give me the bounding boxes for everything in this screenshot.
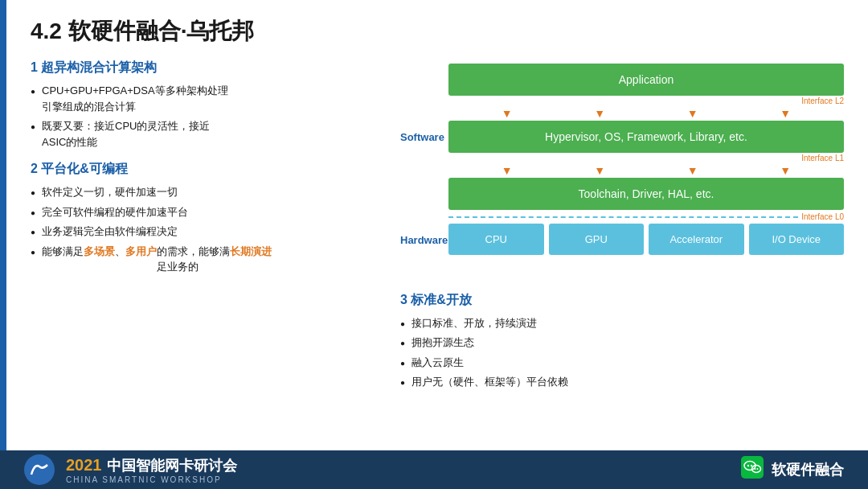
section3-heading: 3 标准&开放 [400, 292, 844, 309]
wechat-icon [741, 456, 764, 483]
section3-bullets: 接口标准、开放，持续演进 拥抱开源生态 融入云原生 用户无（硬件、框架等）平台依… [400, 315, 844, 390]
layer2-box: Toolchain, Driver, HAL, etc. [448, 178, 844, 210]
interface-l2-label: Interface L2 [801, 97, 844, 105]
main-content: 4.2 软硬件融合·乌托邦 1 超异构混合计算架构 CPU+GPU+FPGA+D… [6, 0, 868, 450]
hw-boxes: CPU GPU Accelerator I/O Device [448, 224, 844, 255]
svg-point-6 [755, 468, 756, 470]
bullet-3-2: 拥抱开源生态 [400, 335, 844, 351]
bullet-2-1: 软件定义一切，硬件加速一切 [31, 184, 376, 200]
right-column: Application Interface L2 ▼ ▼ ▼ ▼ Softwar… [400, 60, 844, 279]
arrows-2: ▼ ▼ ▼ ▼ [448, 163, 844, 178]
footer-right: 软硬件融合 [741, 456, 844, 483]
arrow-2: ▼ [594, 108, 605, 119]
bottom-left-spacer [31, 292, 376, 394]
layer1-box: Hypervisor, OS, Framework, Library, etc. [448, 121, 844, 153]
io-device-box: I/O Device [749, 224, 845, 255]
bullet-1-1: CPU+GPU+FPGA+DSA等多种架构处理引擎组成的混合计算 [31, 83, 376, 114]
highlight-multiuser: 多用户 [125, 244, 157, 260]
footer-logo [24, 454, 55, 485]
bullet-3-4: 用户无（硬件、框架等）平台依赖 [400, 374, 844, 390]
bullet-2-3: 业务逻辑完全由软件编程决定 [31, 224, 376, 240]
section1-heading: 1 超异构混合计算架构 [31, 60, 376, 76]
arrow-7: ▼ [687, 165, 698, 176]
gpu-box: GPU [549, 224, 645, 255]
highlight-longterm: 长期演进 [230, 244, 272, 260]
svg-point-4 [751, 465, 752, 466]
hardware-row: Hardware CPU GPU Accelerator I/O Device [448, 224, 844, 255]
section3-area: 3 标准&开放 接口标准、开放，持续演进 拥抱开源生态 融入云原生 用户无（硬件… [400, 292, 844, 394]
wechat-svg [741, 456, 764, 479]
arrow-1: ▼ [502, 108, 513, 119]
bottom-row: 3 标准&开放 接口标准、开放，持续演进 拥抱开源生态 融入云原生 用户无（硬件… [31, 292, 844, 394]
interface-l0-label: Interface L0 [801, 212, 844, 221]
software-label: Software [400, 131, 444, 143]
footer-left: 2021 中国智能网卡研讨会 CHINA SMARTNIC WORKSHOP [24, 454, 237, 485]
accelerator-box: Accelerator [649, 224, 744, 255]
bullet-2-2: 完全可软件编程的硬件加速平台 [31, 204, 376, 220]
arrow-3: ▼ [687, 108, 698, 119]
arrows-1: ▼ ▼ ▼ ▼ [448, 106, 844, 121]
highlight-multiscene: 多场景 [84, 244, 115, 260]
section1-bullets: CPU+GPU+FPGA+DSA等多种架构处理引擎组成的混合计算 既要又要：接近… [31, 83, 376, 150]
logo-icon [25, 455, 54, 484]
cpu-box: CPU [448, 224, 544, 255]
section2-heading: 2 平台化&可编程 [31, 161, 376, 178]
footer-year: 2021 [66, 456, 102, 475]
page-title: 4.2 软硬件融合·乌托邦 [31, 16, 844, 47]
footer: 2021 中国智能网卡研讨会 CHINA SMARTNIC WORKSHOP 软… [0, 450, 868, 489]
interface-l1-label: Interface L1 [801, 154, 844, 162]
section2-bullets: 软件定义一切，硬件加速一切 完全可软件编程的硬件加速平台 业务逻辑完全由软件编程… [31, 184, 376, 275]
hardware-label: Hardware [400, 233, 448, 245]
bullet-3-3: 融入云原生 [400, 355, 844, 371]
svg-point-0 [27, 457, 52, 483]
bullet-3-1: 接口标准、开放，持续演进 [400, 315, 844, 331]
app-box: Application [448, 64, 844, 96]
arrow-4: ▼ [780, 108, 791, 119]
left-accent-bar [0, 0, 6, 489]
left-column: 1 超异构混合计算架构 CPU+GPU+FPGA+DSA等多种架构处理引擎组成的… [31, 60, 376, 279]
footer-brand: 软硬件融合 [772, 460, 844, 479]
arrow-8: ▼ [780, 165, 791, 176]
footer-text-block: 2021 中国智能网卡研讨会 CHINA SMARTNIC WORKSHOP [66, 456, 237, 484]
footer-event-sub: CHINA SMARTNIC WORKSHOP [66, 475, 237, 484]
footer-event: 中国智能网卡研讨会 [107, 456, 237, 475]
svg-point-7 [757, 468, 759, 470]
arrow-5: ▼ [502, 165, 513, 176]
arch-diagram: Application Interface L2 ▼ ▼ ▼ ▼ Softwar… [400, 64, 844, 255]
bullet-1-2: 既要又要：接近CPU的灵活性，接近ASIC的性能 [31, 118, 376, 150]
bullet-2-4: 能够满足多场景、多用户的需求，能够满足业务的长期演进 [31, 244, 376, 275]
software-row: Software Hypervisor, OS, Framework, Libr… [448, 121, 844, 153]
arrow-6: ▼ [594, 165, 605, 176]
svg-point-3 [747, 465, 749, 466]
